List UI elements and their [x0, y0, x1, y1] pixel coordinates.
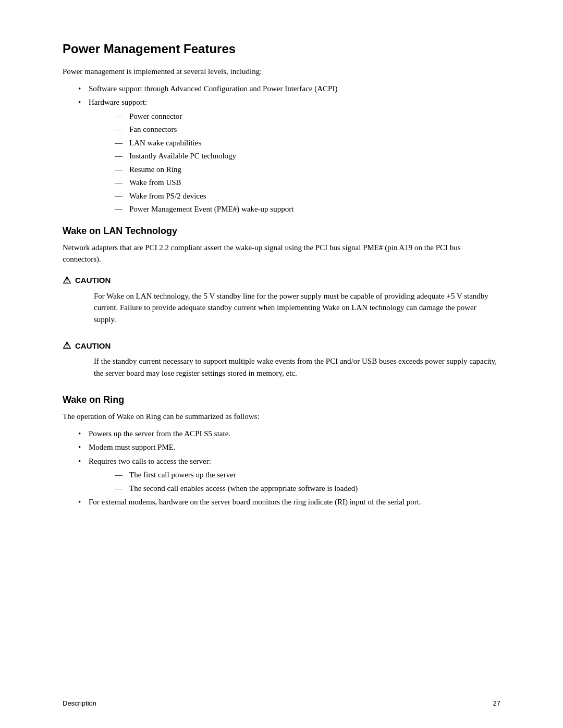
dash-item: Instantly Available PC technology	[115, 150, 500, 162]
wake-on-ring-section: Wake on Ring The operation of Wake on Ri…	[63, 394, 500, 508]
wake-on-ring-intro: The operation of Wake on Ring can be sum…	[63, 411, 500, 423]
dash-item: The second call enables access (when the…	[115, 483, 500, 495]
caution-header-1: ⚠ CAUTION	[63, 275, 500, 286]
caution-body-2: If the standby current necessary to supp…	[94, 355, 500, 384]
wake-on-ring-bullet-list: Powers up the server from the ACPI S5 st…	[78, 428, 500, 508]
list-item: Requires two calls to access the server:…	[78, 455, 500, 495]
dash-item: Resume on Ring	[115, 164, 500, 176]
wake-on-lan-body: Network adapters that are PCI 2.2 compli…	[63, 242, 500, 265]
list-item: Modem must support PME.	[78, 441, 500, 453]
wake-on-ring-title: Wake on Ring	[63, 394, 500, 405]
page: Power Management Features Power manageme…	[0, 0, 563, 728]
caution-label-2: CAUTION	[75, 341, 111, 350]
caution-label-1: CAUTION	[75, 276, 111, 285]
caution-icon-1: ⚠	[63, 275, 71, 286]
caution-block-2: ⚠ CAUTION If the standby current necessa…	[63, 340, 500, 384]
bullet-text: Software support through Advanced Config…	[89, 84, 337, 93]
caution-body-1: For Wake on LAN technology, the 5 V stan…	[94, 290, 500, 331]
intro-text: Power management is implemented at sever…	[63, 66, 500, 78]
page-title: Power Management Features	[63, 42, 500, 56]
wake-on-lan-section: Wake on LAN Technology Network adapters …	[63, 226, 500, 385]
dash-item: Fan connectors	[115, 124, 500, 135]
footer-right: 27	[493, 699, 500, 707]
list-item: Powers up the server from the ACPI S5 st…	[78, 428, 500, 440]
page-footer: Description 27	[63, 699, 500, 707]
caution-icon-2: ⚠	[63, 340, 71, 351]
intro-block: Power management is implemented at sever…	[63, 66, 500, 215]
page-content: Power Management Features Power manageme…	[63, 42, 500, 508]
main-bullet-list: Software support through Advanced Config…	[78, 83, 500, 215]
list-item: Hardware support: Power connector Fan co…	[78, 96, 500, 215]
bullet-text: Hardware support:	[89, 98, 147, 106]
dash-item: Power connector	[115, 110, 500, 122]
list-item: For external modems, hardware on the ser…	[78, 496, 500, 508]
ring-dash-list: The first call powers up the server The …	[115, 469, 500, 494]
dash-item: Wake from USB	[115, 177, 500, 189]
dash-item: The first call powers up the server	[115, 469, 500, 481]
dash-item: Wake from PS/2 devices	[115, 190, 500, 202]
caution-block-1: ⚠ CAUTION For Wake on LAN technology, th…	[63, 275, 500, 331]
list-item: Software support through Advanced Config…	[78, 83, 500, 95]
hardware-dash-list: Power connector Fan connectors LAN wake …	[115, 110, 500, 215]
caution-header-2: ⚠ CAUTION	[63, 340, 500, 351]
dash-item: LAN wake capabilities	[115, 137, 500, 149]
dash-item: Power Management Event (PME#) wake-up su…	[115, 203, 500, 215]
footer-left: Description	[63, 699, 96, 707]
wake-on-lan-title: Wake on LAN Technology	[63, 226, 500, 237]
